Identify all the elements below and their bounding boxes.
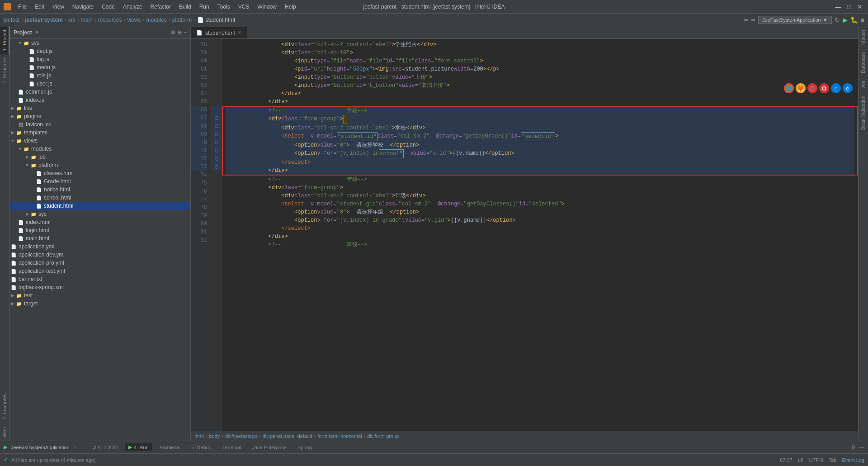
settings-icon[interactable]: ⚙ bbox=[851, 444, 856, 450]
opera-icon[interactable]: O bbox=[807, 83, 817, 93]
left-tab-favorites[interactable]: 2: Favorites bbox=[0, 390, 9, 423]
ie-icon[interactable]: e bbox=[843, 83, 853, 93]
back-button[interactable]: ⬅ bbox=[744, 17, 748, 23]
edge-icon[interactable]: e bbox=[831, 83, 841, 93]
tree-item-log-js[interactable]: 📄 log.js bbox=[10, 55, 190, 63]
bc-jeefast-system[interactable]: jeefast-system bbox=[25, 17, 62, 23]
right-tab-bean-validation[interactable]: Bean Validation bbox=[859, 92, 868, 133]
bc-resources[interactable]: resources bbox=[98, 17, 122, 23]
tree-item-student-html[interactable]: 📄 student.html bbox=[10, 202, 190, 210]
close-button[interactable]: ✕ bbox=[855, 2, 864, 11]
tree-item-index-html[interactable]: 📄 index.html bbox=[10, 218, 190, 226]
menu-tools[interactable]: Tools bbox=[215, 3, 233, 11]
menu-file[interactable]: File bbox=[15, 3, 29, 11]
left-tab-web[interactable]: Web bbox=[0, 423, 9, 441]
refresh-button[interactable]: ↻ bbox=[835, 16, 840, 24]
run-tab-problems[interactable]: Problems bbox=[156, 444, 184, 451]
menu-vcs[interactable]: VCS bbox=[236, 3, 252, 11]
menu-help[interactable]: Help bbox=[282, 3, 299, 11]
code-editor[interactable]: 58 59 60 61 62 63 64 65 66 67 68 69 70 7… bbox=[191, 39, 858, 431]
menu-run[interactable]: Run bbox=[197, 3, 212, 11]
menu-refactor[interactable]: Refactor bbox=[148, 3, 174, 11]
tree-item-plugins[interactable]: ▶ 📁 plugins bbox=[10, 112, 190, 120]
run-button[interactable]: ▶ bbox=[843, 16, 848, 24]
tree-item-classes-html[interactable]: 📄 classes.html bbox=[10, 169, 190, 177]
tab-close-icon[interactable]: ✕ bbox=[237, 30, 241, 36]
app-selector[interactable]: JeeFastSystemApplication ▼ bbox=[758, 16, 832, 24]
run-tab-todo[interactable]: ⊙ 6: TODO bbox=[89, 443, 122, 451]
bc-main[interactable]: main bbox=[81, 17, 93, 23]
tree-item-school-html[interactable]: 📄 school.html bbox=[10, 194, 190, 202]
menu-navigate[interactable]: Navigate bbox=[70, 3, 96, 11]
encoding-indicator[interactable]: UTF-8 bbox=[809, 457, 823, 463]
right-tab-maven[interactable]: Maven bbox=[859, 26, 868, 48]
tree-item-application-test-yml[interactable]: 📄 application-test.yml bbox=[10, 267, 190, 275]
tree-item-logback-xml[interactable]: 📄 logback-spring.xml bbox=[10, 283, 190, 291]
left-tab-project[interactable]: 1: Project bbox=[0, 26, 9, 54]
run-tab-debug[interactable]: 5: Debug bbox=[188, 444, 215, 451]
line-sep-indicator[interactable]: LF bbox=[798, 457, 804, 463]
path-form[interactable]: form.form-horizontal bbox=[317, 433, 362, 439]
bc-modules[interactable]: modules bbox=[146, 17, 166, 23]
tree-item-platform[interactable]: ▼ 📁 platform bbox=[10, 161, 190, 169]
tree-item-views[interactable]: ▼ 📁 views bbox=[10, 137, 190, 145]
chrome-icon[interactable]: 🌐 bbox=[784, 83, 794, 93]
left-tab-structure[interactable]: 2: Structure bbox=[0, 54, 9, 87]
position-indicator[interactable]: 67:37 bbox=[780, 457, 793, 463]
firefox-icon[interactable]: 🦊 bbox=[796, 83, 806, 93]
tree-item-main-html[interactable]: 📄 main.html bbox=[10, 234, 190, 243]
menu-code[interactable]: Code bbox=[99, 3, 118, 11]
sidebar-dropdown[interactable]: ▼ bbox=[35, 30, 39, 35]
tree-item-test[interactable]: ▶ 📁 test bbox=[10, 291, 190, 300]
path-body[interactable]: body bbox=[209, 433, 220, 439]
tree-item-target[interactable]: ▶ 📁 target bbox=[10, 300, 190, 308]
menu-view[interactable]: View bbox=[50, 3, 67, 11]
tree-item-menu-js[interactable]: 📄 menu.js bbox=[10, 63, 190, 71]
tab-student-html[interactable]: 📄 student.html ✕ bbox=[191, 27, 247, 38]
path-div-jeefastapp[interactable]: div#jeefastapp bbox=[225, 433, 257, 439]
maximize-button[interactable]: □ bbox=[844, 2, 854, 11]
collapse-icon[interactable]: ⊖ bbox=[177, 29, 182, 36]
path-form-group[interactable]: div.form-group bbox=[367, 433, 399, 439]
bc-src[interactable]: src bbox=[68, 17, 75, 23]
stop-button[interactable]: ■ bbox=[861, 16, 864, 24]
tree-item-libs[interactable]: ▶ 📁 libs bbox=[10, 104, 190, 112]
minimize-run-icon[interactable]: — bbox=[859, 444, 864, 450]
tree-item-application-yml[interactable]: 📄 application.yml bbox=[10, 243, 190, 251]
tree-item-banner-txt[interactable]: 📄 banner.txt bbox=[10, 275, 190, 283]
path-panel[interactable]: div.panel.panel-default bbox=[263, 433, 312, 439]
run-tab-run[interactable]: ▶ 4: Run bbox=[125, 443, 152, 451]
tree-item-sys[interactable]: ▼ 📁 sys bbox=[10, 39, 190, 47]
code-content[interactable]: <div class="col-sm-2 control-label">学生照片… bbox=[222, 39, 858, 431]
tree-item-modules[interactable]: ▼ 📁 modules bbox=[10, 145, 190, 153]
menu-analyze[interactable]: Analyze bbox=[120, 3, 145, 11]
right-tab-database[interactable]: Database bbox=[859, 48, 868, 77]
bc-platform[interactable]: platform bbox=[172, 17, 192, 23]
tree-item-login-html[interactable]: 📄 login.html bbox=[10, 226, 190, 234]
minimize-button[interactable]: — bbox=[834, 2, 843, 11]
tree-item-role-js[interactable]: 📄 role.js bbox=[10, 71, 190, 80]
tree-item-favicon[interactable]: 🖼 favicon.ico bbox=[10, 120, 190, 128]
tree-item-templates[interactable]: ▶ 📁 templates bbox=[10, 128, 190, 137]
tree-item-user-js[interactable]: 📄 user.js bbox=[10, 80, 190, 88]
forward-button[interactable]: ➡ bbox=[751, 17, 755, 23]
menu-window[interactable]: Window bbox=[255, 3, 279, 11]
tree-item-application-dev-yml[interactable]: 📄 application-dev.yml bbox=[10, 251, 190, 259]
run-tab-terminal[interactable]: Terminal bbox=[219, 444, 245, 451]
menu-edit[interactable]: Edit bbox=[32, 3, 47, 11]
tree-item-grade-html[interactable]: 📄 Grade.html bbox=[10, 177, 190, 185]
tree-item-notice-html[interactable]: 📄 notice.html bbox=[10, 185, 190, 194]
opera2-icon[interactable]: O bbox=[819, 83, 829, 93]
minimize-sidebar-icon[interactable]: − bbox=[184, 29, 187, 36]
tree-item-dept-js[interactable]: 📄 dept.js bbox=[10, 47, 190, 55]
bc-jeefast[interactable]: jeefast bbox=[4, 17, 19, 23]
bc-views[interactable]: views bbox=[127, 17, 141, 23]
tree-item-index-js[interactable]: 📄 index.js bbox=[10, 96, 190, 104]
tree-item-job[interactable]: ▶ 📁 job bbox=[10, 153, 190, 161]
path-html[interactable]: html bbox=[194, 433, 204, 439]
tree-item-common-js[interactable]: 📄 common.js bbox=[10, 88, 190, 96]
right-tab-ant[interactable]: Ant bbox=[859, 77, 868, 92]
menu-build[interactable]: Build bbox=[176, 3, 194, 11]
run-tab-java-enterprise[interactable]: Java Enterprise bbox=[248, 444, 290, 451]
sync-icon[interactable]: ⚙ bbox=[170, 29, 175, 36]
